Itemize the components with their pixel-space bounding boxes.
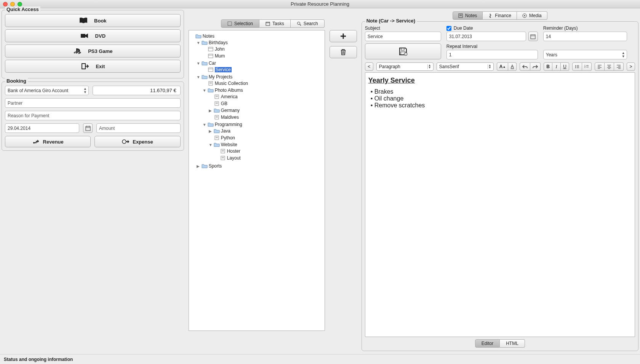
editor-heading: Yearly Service xyxy=(368,77,632,85)
quick-access-panel: Quick Access Book DVD PS3 Game Exit xyxy=(2,10,184,78)
toolbar-next-button[interactable]: > xyxy=(627,62,635,71)
book-button[interactable]: Book xyxy=(5,14,181,27)
tree-john[interactable]: John xyxy=(203,46,323,52)
html-view-tab[interactable]: HTML xyxy=(500,339,525,348)
close-window-button[interactable] xyxy=(3,2,8,6)
svg-rect-50 xyxy=(531,35,535,39)
ps3-button[interactable]: PS3 Game xyxy=(5,45,181,57)
svg-rect-13 xyxy=(208,47,213,51)
tab-selection-label: Selection xyxy=(234,21,253,26)
svg-text:2: 2 xyxy=(584,66,586,68)
duedate-input[interactable] xyxy=(446,32,526,41)
tree-car[interactable]: ▼Car xyxy=(197,60,323,66)
font-size-up-button[interactable]: A▲ xyxy=(497,62,509,71)
add-note-button[interactable] xyxy=(330,30,357,42)
tab-media[interactable]: Media xyxy=(517,11,547,20)
calendar-icon xyxy=(85,126,91,131)
floppy-icon xyxy=(398,47,408,56)
list-ul-icon xyxy=(575,64,579,69)
tree-layout[interactable]: Layout xyxy=(215,155,323,161)
window-title: Private Resource Planning xyxy=(0,1,640,7)
tree-root[interactable]: Notes xyxy=(190,33,323,39)
revenue-button[interactable]: Revenue xyxy=(5,136,91,147)
amount-input[interactable] xyxy=(96,123,181,133)
save-button[interactable] xyxy=(365,43,441,59)
zoom-window-button[interactable] xyxy=(18,2,22,6)
center-tab-bar: Selection Tasks Search xyxy=(189,19,357,28)
date-input[interactable] xyxy=(5,123,79,133)
tab-search[interactable]: Search xyxy=(291,19,325,28)
notes-tree[interactable]: Notes ▼Birthdays John Mum ▼Car xyxy=(189,30,325,331)
tab-finance[interactable]: Finance xyxy=(483,11,517,20)
tree-java[interactable]: ▶Java xyxy=(209,128,323,134)
bold-button[interactable]: B xyxy=(544,62,552,71)
tree-website[interactable]: ▼Website xyxy=(209,142,323,148)
status-bar: Status and ongoing information xyxy=(0,354,640,364)
minimize-window-button[interactable] xyxy=(10,2,15,6)
folder-icon xyxy=(214,129,220,133)
tab-notes[interactable]: Notes xyxy=(453,11,483,20)
tree-mum[interactable]: Mum xyxy=(203,53,323,59)
redo-icon xyxy=(533,64,538,69)
dvd-button[interactable]: DVD xyxy=(5,29,181,42)
align-left-button[interactable] xyxy=(595,62,605,71)
list-number-button[interactable]: 12 xyxy=(582,62,592,71)
align-center-button[interactable] xyxy=(605,62,614,71)
tree-gb[interactable]: GB xyxy=(209,101,323,107)
tree-programming[interactable]: ▼Programming xyxy=(203,121,323,128)
note-calendar-icon xyxy=(208,67,214,72)
undo-button[interactable] xyxy=(520,62,530,71)
editor-view-tab[interactable]: Editor xyxy=(475,339,500,348)
subject-input[interactable] xyxy=(365,32,441,41)
duedate-checkbox[interactable] xyxy=(446,26,451,31)
tree-myprojects[interactable]: ▼My Projects xyxy=(197,74,323,80)
finance-tab-icon xyxy=(488,13,493,18)
partner-input[interactable] xyxy=(5,98,181,108)
underline-button[interactable]: U xyxy=(561,62,569,71)
expense-button[interactable]: Expense xyxy=(94,136,180,147)
font-select[interactable]: SansSerif▲▼ xyxy=(437,62,494,71)
tree-birthdays[interactable]: ▼Birthdays xyxy=(197,40,323,46)
tab-tasks[interactable]: Tasks xyxy=(259,19,291,28)
exit-button-label: Exit xyxy=(96,64,105,69)
editor-list-item: Remove scratches xyxy=(371,102,632,109)
reminder-input[interactable] xyxy=(543,32,627,41)
toolbar-prev-button[interactable]: < xyxy=(365,62,373,71)
redo-button[interactable] xyxy=(530,62,541,71)
duedate-label: Due Date xyxy=(454,26,473,31)
subject-label: Subject xyxy=(365,26,441,31)
tasks-icon xyxy=(266,21,270,26)
booking-panel: Booking Bank of America Giro Account ▲▼ … xyxy=(2,81,184,151)
font-color-button[interactable]: A xyxy=(508,62,517,71)
tree-hoster[interactable]: Hoster xyxy=(215,148,323,154)
tree-service[interactable]: Service xyxy=(203,67,323,73)
tree-python[interactable]: Python xyxy=(209,135,323,141)
repeat-unit-select[interactable]: Years ▲▼ xyxy=(543,50,627,59)
exit-button[interactable]: Exit xyxy=(5,60,181,73)
folder-icon xyxy=(214,142,220,147)
media-tab-icon xyxy=(522,13,527,18)
note-panel: Note (Car -> Service) Subject Due Date xyxy=(362,21,638,351)
list-bullet-button[interactable] xyxy=(572,62,582,71)
repeat-input[interactable] xyxy=(446,50,538,59)
delete-note-button[interactable] xyxy=(330,46,357,58)
calendar-button[interactable] xyxy=(83,123,93,133)
folder-icon xyxy=(208,122,214,127)
tree-germany[interactable]: ▶Germany xyxy=(209,107,323,113)
tree-america[interactable]: America xyxy=(209,94,323,100)
expense-button-label: Expense xyxy=(133,139,153,145)
tree-sports[interactable]: ▶Sports xyxy=(197,163,323,169)
align-right-button[interactable] xyxy=(614,62,624,71)
repeat-label: Repeat Interval xyxy=(446,44,538,49)
tree-music[interactable]: Music Collection xyxy=(203,80,323,86)
tree-maldives[interactable]: Maldives xyxy=(209,114,323,120)
note-editor[interactable]: Yearly Service Brakes Oil change Remove … xyxy=(365,72,635,337)
account-select[interactable]: Bank of America Giro Account ▲▼ xyxy=(5,86,89,95)
paragraph-select[interactable]: Paragraph▲▼ xyxy=(376,62,434,71)
italic-button[interactable]: I xyxy=(552,62,561,71)
duedate-calendar-button[interactable] xyxy=(528,32,538,41)
tab-selection[interactable]: Selection xyxy=(221,19,259,28)
reason-input[interactable] xyxy=(5,111,181,120)
tree-photoalbums[interactable]: ▼Photo Albums xyxy=(203,87,323,93)
svg-point-49 xyxy=(524,15,525,16)
